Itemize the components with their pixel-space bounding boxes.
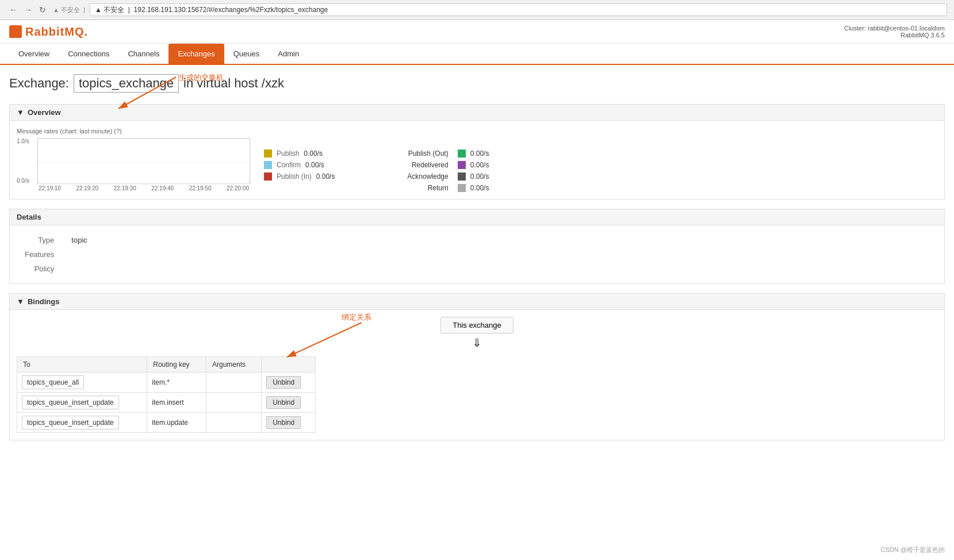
- unbind-cell-2: Unbind: [262, 393, 316, 413]
- nav-channels[interactable]: Channels: [118, 44, 168, 65]
- unbind-button-1[interactable]: Unbind: [266, 376, 301, 389]
- return-color-box: [458, 184, 466, 192]
- exchange-name-badge: topics_exchange: [74, 74, 179, 93]
- logo: RabbitMQ.: [9, 25, 88, 39]
- detail-row-features: Features: [18, 248, 94, 261]
- unbind-cell-3: Unbind: [262, 413, 316, 433]
- overview-section-label: Overview: [28, 108, 61, 117]
- message-rates-label: Message rates (chart: last minute) (?): [17, 128, 937, 135]
- col-action: [262, 357, 316, 373]
- col-to: To: [17, 357, 147, 373]
- publish-out-color-box: [458, 149, 466, 158]
- back-button[interactable]: ←: [7, 4, 20, 16]
- overview-section-content: Message rates (chart: last minute) (?) 1…: [9, 121, 945, 200]
- nav-admin[interactable]: Admin: [269, 44, 308, 65]
- bindings-section-label: Bindings: [28, 297, 60, 306]
- top-bar: RabbitMQ. Cluster: rabbit@centos-01.loca…: [0, 20, 954, 44]
- publish-in-color-box: [264, 172, 272, 181]
- legend-publish-out: Publish (Out) 0.00/s: [407, 149, 499, 158]
- nav-queues[interactable]: Queues: [224, 44, 269, 65]
- chart-y-top: 1.0/s: [17, 138, 29, 144]
- features-key: Features: [18, 248, 63, 261]
- legend-publish-in: Publish (In) 0.00/s: [264, 172, 345, 181]
- nav-overview[interactable]: Overview: [9, 44, 59, 65]
- chart-container: 1.0/s 0.0/s 22:19:10 22:1: [17, 138, 250, 191]
- details-section-content: Type topic Features Policy: [9, 225, 945, 284]
- confirm-color-box: [264, 161, 272, 169]
- chart-area: 1.0/s 0.0/s 22:19:10 22:1: [17, 138, 937, 192]
- arguments-3: [206, 413, 261, 433]
- binding-to-2: topics_queue_insert_update: [17, 393, 147, 413]
- refresh-button[interactable]: ↻: [37, 4, 48, 16]
- binding-to-1: topics_queue_all: [17, 373, 147, 393]
- routing-key-2: item.insert: [147, 393, 206, 413]
- unbind-button-3[interactable]: Unbind: [266, 416, 301, 429]
- chart-x-labels: 22:19:10 22:19:20 22:19:30 22:19:40 22:1…: [37, 185, 250, 191]
- bindings-section-header[interactable]: ▼ Bindings: [9, 293, 945, 310]
- type-key: Type: [18, 233, 63, 247]
- redelivered-color-box: [458, 161, 466, 169]
- cluster-info: Cluster: rabbit@centos-01.localdom Rabbi…: [844, 25, 945, 39]
- details-section-header[interactable]: Details: [9, 209, 945, 225]
- unbind-button-2[interactable]: Unbind: [266, 396, 301, 409]
- logo-icon: [9, 25, 22, 38]
- bindings-table: To Routing key Arguments topics_queue_al…: [17, 356, 316, 433]
- browser-bar: ← → ↻ ▲ 不安全 |: [0, 0, 954, 20]
- url-bar[interactable]: [90, 3, 947, 16]
- queue-name-3: topics_queue_insert_update: [22, 416, 119, 429]
- detail-row-policy: Policy: [18, 262, 94, 275]
- table-row: topics_queue_insert_update item.update U…: [17, 413, 316, 433]
- bindings-inner: 绑定关系 This exchange ⇓ To Routing key Argu…: [17, 317, 937, 433]
- details-section-label: Details: [17, 213, 41, 221]
- title-suffix: in virtual host /xzk: [183, 76, 284, 91]
- collapse-icon: ▼: [17, 108, 24, 117]
- legend-acknowledge: Acknowledge 0.00/s: [407, 172, 499, 181]
- routing-key-3: item.update: [147, 413, 206, 433]
- page-title: Exchange: topics_exchange in virtual hos…: [9, 74, 945, 93]
- cluster-name: rabbit@centos-01.localdom: [868, 25, 945, 32]
- bindings-header-row: To Routing key Arguments: [17, 357, 316, 373]
- type-value: topic: [64, 233, 94, 247]
- col-arguments: Arguments: [206, 357, 261, 373]
- details-table: Type topic Features Policy: [17, 232, 95, 277]
- logo-text: RabbitMQ.: [25, 25, 88, 39]
- this-exchange-button[interactable]: This exchange: [440, 317, 514, 333]
- col-routing-key: Routing key: [147, 357, 206, 373]
- legend-return: Return 0.00/s: [407, 184, 499, 192]
- nav-exchanges[interactable]: Exchanges: [168, 44, 224, 65]
- security-icon: ▲ 不安全 |: [53, 6, 85, 14]
- policy-key: Policy: [18, 262, 63, 275]
- chart-y-bottom: 0.0/s: [17, 178, 29, 184]
- detail-row-type: Type topic: [18, 233, 94, 247]
- features-value: [64, 248, 94, 261]
- title-prefix: Exchange:: [9, 76, 69, 91]
- rabbitmq-version: RabbitMQ 3.6.5: [901, 32, 945, 39]
- chart-legend-right: Publish (Out) 0.00/s Redelivered 0.00/s: [407, 138, 499, 192]
- queue-name-2: topics_queue_insert_update: [22, 396, 119, 409]
- overview-section: ▼ Overview Message rates (chart: last mi…: [9, 104, 945, 200]
- nav-connections[interactable]: Connections: [59, 44, 118, 65]
- browser-navigation: ← → ↻: [7, 4, 48, 16]
- table-row: topics_queue_insert_update item.insert U…: [17, 393, 316, 413]
- policy-value: [64, 262, 94, 275]
- forward-button[interactable]: →: [22, 4, 35, 16]
- legend-redelivered: Redelivered 0.00/s: [407, 161, 499, 169]
- bindings-section: ▼ Bindings 绑定关系: [9, 293, 945, 440]
- arguments-2: [206, 393, 261, 413]
- nav-bar: Overview Connections Channels Exchanges …: [0, 44, 954, 65]
- routing-key-1: item.*: [147, 373, 206, 393]
- publish-color-box: [264, 149, 272, 158]
- bindings-center: This exchange ⇓: [17, 317, 937, 350]
- legend-publish: Publish 0.00/s: [264, 149, 345, 158]
- page-content: Exchange: topics_exchange in virtual hos…: [0, 65, 954, 459]
- details-section: Details Type topic Features Policy: [9, 209, 945, 284]
- unbind-cell-1: Unbind: [262, 373, 316, 393]
- legend-confirm: Confirm 0.00/s: [264, 161, 345, 169]
- table-row: topics_queue_all item.* Unbind: [17, 373, 316, 393]
- arguments-1: [206, 373, 261, 393]
- overview-section-header[interactable]: ▼ Overview: [9, 104, 945, 121]
- down-arrow-icon: ⇓: [472, 336, 482, 350]
- chart-canvas: [37, 138, 250, 184]
- queue-name-1: topics_queue_all: [22, 375, 84, 389]
- chart-legend-left: Publish 0.00/s Confirm 0.00/s Publish (I…: [264, 138, 345, 181]
